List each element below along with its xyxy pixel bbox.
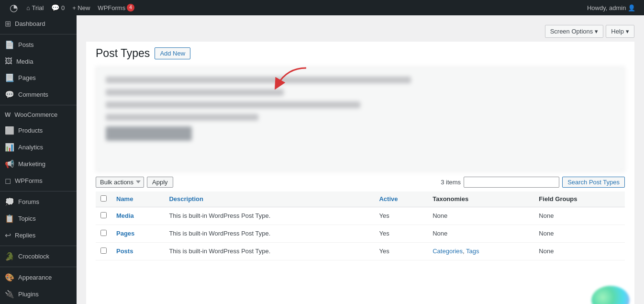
- page-title-area: Post Types Add New: [96, 46, 625, 61]
- adminbar-trial[interactable]: ⌂ Trial: [22, 0, 47, 15]
- sidebar-item-comments[interactable]: 💬 Comments: [0, 86, 77, 103]
- sidebar-item-topics[interactable]: 📋 Topics: [0, 210, 77, 227]
- adminbar-howdy[interactable]: Howdy, admin 👤: [583, 0, 639, 15]
- row-active-pages: Yes: [374, 225, 428, 242]
- admin-bar: ◔ ⌂ Trial 💬 0 + New WPForms 4 Howdy, adm…: [0, 0, 644, 15]
- row-field-groups-pages: None: [534, 225, 625, 242]
- chevron-down-icon-help: ▾: [626, 28, 629, 35]
- col-header-check: [96, 191, 111, 207]
- search-post-types-button[interactable]: Search Post Types: [562, 177, 625, 188]
- analytics-icon: 📊: [5, 143, 14, 152]
- blurred-line-2: [106, 89, 284, 96]
- row-title-link-posts[interactable]: Posts: [116, 248, 133, 255]
- tablenav-left: Bulk actions Apply: [96, 177, 173, 188]
- row-taxonomies-media: None: [428, 207, 534, 225]
- sidebar-item-marketing[interactable]: 📢 Marketing: [0, 156, 77, 172]
- appearance-icon: 🎨: [5, 273, 14, 282]
- adminbar-right: Howdy, admin 👤: [583, 0, 639, 15]
- row-check-media: [96, 207, 111, 225]
- row-desc-posts: This is built-in WordPress Post Type.: [164, 242, 374, 260]
- table-body: Media This is built-in WordPress Post Ty…: [96, 207, 625, 260]
- col-header-name[interactable]: Name: [111, 191, 164, 207]
- avatar-icon: 👤: [628, 4, 635, 11]
- help-button[interactable]: Help ▾: [606, 25, 634, 38]
- blurred-line-3: [106, 101, 360, 108]
- bulk-actions-select[interactable]: Bulk actions: [96, 177, 144, 188]
- products-icon: ⬜: [5, 126, 14, 135]
- table-header: Name Description Active Taxonomies Field: [96, 191, 625, 207]
- wpforms-icon: ◻: [5, 176, 11, 185]
- sidebar-item-woocommerce[interactable]: W WooCommerce: [0, 107, 77, 122]
- apply-button[interactable]: Apply: [147, 177, 173, 188]
- row-active-media: Yes: [374, 207, 428, 225]
- dashboard-icon: ⊞: [5, 19, 11, 28]
- sidebar-item-appearance[interactable]: 🎨 Appearance: [0, 269, 77, 286]
- replies-icon: ↩: [5, 231, 11, 240]
- row-title-link-media[interactable]: Media: [116, 212, 134, 219]
- col-header-field-groups: Field Groups: [534, 191, 625, 207]
- row-name-pages: Pages: [111, 225, 164, 242]
- decorative-blob: [591, 286, 630, 304]
- wp-logo-icon: ◔: [10, 2, 18, 13]
- menu-separator-5: [0, 267, 77, 267]
- table-row: Pages This is built-in WordPress Post Ty…: [96, 225, 625, 242]
- comment-icon: 💬: [51, 4, 59, 11]
- adminbar-new[interactable]: + New: [68, 0, 94, 15]
- sidebar-item-replies[interactable]: ↩ Replies: [0, 227, 77, 244]
- media-icon: 🖼: [5, 57, 12, 66]
- pages-icon: 📃: [5, 73, 14, 82]
- taxonomy-link-tags[interactable]: Tags: [466, 248, 479, 255]
- sidebar-item-pages[interactable]: 📃 Pages: [0, 69, 77, 86]
- sidebar-item-posts[interactable]: 📄 Posts: [0, 36, 77, 53]
- topics-icon: 📋: [5, 214, 14, 223]
- page-title: Post Types: [96, 46, 150, 61]
- row-name-posts: Posts: [111, 242, 164, 260]
- sidebar-item-products[interactable]: ⬜ Products: [0, 122, 77, 139]
- sidebar-item-media[interactable]: 🖼 Media: [0, 53, 77, 69]
- select-all-checkbox[interactable]: [100, 195, 107, 202]
- sidebar: ⊞ Dashboard 📄 Posts 🖼 Media 📃 Pages 💬 Co…: [0, 15, 77, 304]
- sidebar-item-wpforms[interactable]: ◻ WPForms: [0, 172, 77, 189]
- add-new-button[interactable]: Add New: [155, 47, 190, 59]
- row-taxonomies-pages: None: [428, 225, 534, 242]
- sidebar-item-forums[interactable]: 💭 Forums: [0, 193, 77, 210]
- row-desc-media: This is built-in WordPress Post Type.: [164, 207, 374, 225]
- col-header-description[interactable]: Description: [164, 191, 374, 207]
- row-checkbox-media[interactable]: [100, 212, 107, 218]
- row-checkbox-posts[interactable]: [100, 248, 107, 254]
- menu-separator-2: [0, 105, 77, 105]
- sidebar-item-dashboard[interactable]: ⊞ Dashboard: [0, 15, 77, 32]
- row-checkbox-pages[interactable]: [100, 230, 107, 236]
- wp-wrap: ⊞ Dashboard 📄 Posts 🖼 Media 📃 Pages 💬 Co…: [0, 15, 644, 304]
- row-field-groups-media: None: [534, 207, 625, 225]
- row-active-posts: Yes: [374, 242, 428, 260]
- adminbar-comments[interactable]: 💬 0: [47, 0, 68, 15]
- row-title-link-pages[interactable]: Pages: [116, 230, 134, 237]
- comments-icon: 💬: [5, 90, 14, 99]
- row-check-pages: [96, 225, 111, 242]
- blurred-content-area: [96, 67, 625, 172]
- row-taxonomies-posts: Categories, Tags: [428, 242, 534, 260]
- taxonomy-link-categories[interactable]: Categories: [433, 248, 463, 255]
- crocoblock-icon: 🐊: [5, 252, 14, 261]
- blurred-button: [106, 126, 192, 141]
- home-icon: ⌂: [26, 4, 30, 11]
- sidebar-item-crocoblock[interactable]: 🐊 Crocoblock: [0, 248, 77, 265]
- sidebar-item-plugins[interactable]: 🔌 Plugins: [0, 286, 77, 303]
- main-content: Screen Options ▾ Help ▾: [77, 15, 644, 304]
- post-types-table: Name Description Active Taxonomies Field: [96, 191, 625, 260]
- sidebar-item-analytics[interactable]: 📊 Analytics: [0, 139, 77, 156]
- marketing-icon: 📢: [5, 159, 14, 169]
- blurred-line-1: [106, 77, 411, 83]
- adminbar-wpforms[interactable]: WPForms 4: [94, 0, 138, 15]
- wp-logo[interactable]: ◔: [5, 0, 22, 15]
- chevron-down-icon: ▾: [595, 28, 598, 35]
- search-post-types-input[interactable]: [464, 177, 559, 188]
- screen-options-button[interactable]: Screen Options ▾: [545, 25, 604, 38]
- tablenav-right: 3 items Search Post Types: [441, 177, 625, 188]
- col-header-active[interactable]: Active: [374, 191, 428, 207]
- row-check-posts: [96, 242, 111, 260]
- row-field-groups-posts: None: [534, 242, 625, 260]
- row-desc-pages: This is built-in WordPress Post Type.: [164, 225, 374, 242]
- table-nav-top: Bulk actions Apply 3 items Search Post T…: [96, 177, 625, 188]
